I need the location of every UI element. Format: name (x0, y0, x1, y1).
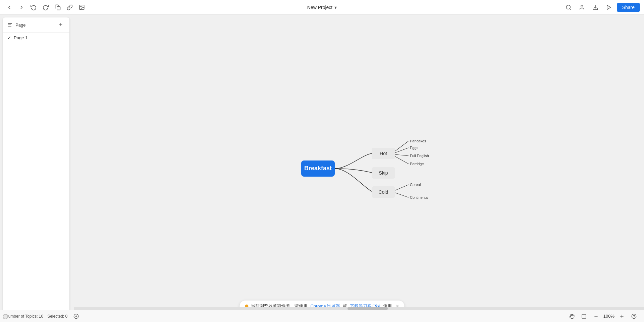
download-button[interactable] (590, 2, 601, 13)
pancakes-label: Pancakes (410, 139, 426, 143)
bottom-left-indicator (3, 314, 8, 319)
toolbar-left (4, 2, 87, 13)
canvas-area[interactable]: Hot Pancakes Eggs Full English Porridge … (72, 15, 644, 322)
breakfast-label: Breakfast (304, 165, 332, 172)
svg-marker-7 (607, 5, 610, 10)
fullenglish-label: Full English (410, 154, 429, 158)
main-layout: Page + ✓ Page 1 Hot (0, 15, 644, 322)
scroll-bar-horizontal[interactable] (74, 307, 644, 310)
cold-label: Cold (379, 189, 388, 195)
svg-point-2 (80, 6, 81, 7)
line-cold-cereal (395, 185, 409, 190)
play-button[interactable] (603, 2, 614, 13)
share-button[interactable]: Share (617, 3, 640, 12)
status-bar: Number of Topics: 10 Selected: 0 100% (0, 310, 644, 322)
search-button[interactable] (563, 2, 574, 13)
eggs-label: Eggs (410, 146, 419, 150)
toolbar-center: New Project ▾ (307, 5, 337, 10)
svg-point-5 (581, 5, 583, 7)
hot-label: Hot (380, 151, 387, 156)
line-cold-continental (395, 193, 409, 197)
line-hot-porridge (395, 156, 409, 164)
topics-count: Number of Topics: 10 (5, 314, 43, 319)
node-skip[interactable]: Skip (372, 167, 395, 179)
node-breakfast[interactable]: Breakfast (301, 160, 335, 177)
sidebar-item-page1[interactable]: ✓ Page 1 (3, 33, 69, 43)
help-button[interactable] (629, 312, 639, 321)
svg-rect-18 (582, 314, 586, 318)
check-icon: ✓ (7, 35, 11, 40)
add-page-button[interactable]: + (57, 21, 65, 29)
continental-label: Continental (410, 195, 429, 199)
select-tool-button[interactable] (579, 312, 589, 321)
undo-button[interactable] (28, 2, 39, 13)
status-right: 100% (567, 312, 639, 321)
sidebar-pages-label: Page (15, 22, 25, 28)
node-hot[interactable]: Hot (372, 148, 395, 159)
toolbar-right: Share (563, 2, 640, 13)
back-button[interactable] (4, 2, 15, 13)
pages-icon (7, 22, 13, 28)
line-hot-fullenglish (395, 154, 409, 156)
zoom-out-button[interactable] (591, 312, 601, 321)
toolbar: New Project ▾ Share (0, 0, 644, 15)
svg-point-3 (566, 5, 570, 9)
zoom-level: 100% (603, 314, 614, 319)
line-hot-pancakes (395, 141, 409, 151)
redo-button[interactable] (40, 2, 51, 13)
user-button[interactable] (577, 2, 587, 13)
scroll-thumb-horizontal[interactable] (347, 307, 388, 310)
skip-label: Skip (379, 170, 388, 176)
hand-tool-button[interactable] (567, 312, 577, 321)
line-hot-eggs (395, 148, 409, 153)
svg-rect-0 (57, 6, 60, 10)
cereal-label: Cereal (410, 183, 421, 187)
selected-count: Selected: 0 (47, 314, 67, 319)
node-cold[interactable]: Cold (372, 186, 395, 198)
sidebar-header-left: Page (7, 22, 25, 28)
svg-line-4 (570, 8, 571, 9)
link-button[interactable] (64, 2, 75, 13)
dropdown-icon[interactable]: ▾ (334, 5, 337, 10)
copy-button[interactable] (52, 2, 63, 13)
mindmap-container: Hot Pancakes Eggs Full English Porridge … (72, 15, 644, 322)
porridge-label: Porridge (410, 162, 424, 166)
zoom-in-button[interactable] (617, 312, 627, 321)
branch-to-hot (335, 153, 372, 169)
mindmap-svg: Hot Pancakes Eggs Full English Porridge … (258, 98, 459, 239)
forward-button[interactable] (16, 2, 27, 13)
branch-to-cold (335, 169, 372, 191)
sidebar: Page + ✓ Page 1 (3, 17, 70, 319)
branch-to-skip (335, 169, 372, 173)
add-topic-button[interactable] (71, 312, 81, 321)
project-title: New Project (307, 5, 332, 10)
page-name: Page 1 (14, 35, 28, 40)
image-button[interactable] (76, 2, 87, 13)
sidebar-header: Page + (3, 17, 69, 33)
